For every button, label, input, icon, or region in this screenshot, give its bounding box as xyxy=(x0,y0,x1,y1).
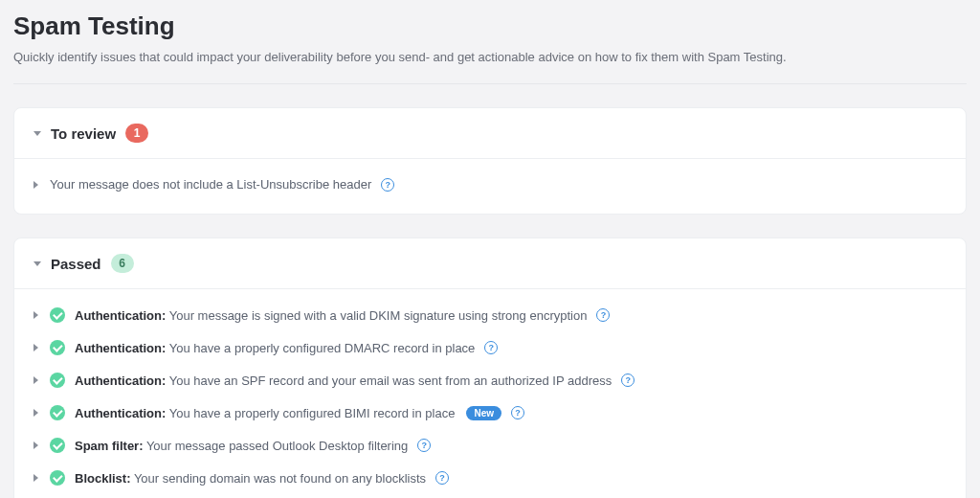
check-circle-icon xyxy=(50,405,65,420)
item-text: Spam filter: Your message passed Outlook… xyxy=(75,439,408,453)
item-body: You have a properly configured DMARC rec… xyxy=(166,341,475,355)
item-text: Blocklist: Your sending domain was not f… xyxy=(75,471,426,486)
to-review-panel: To review 1 Your message does not includ… xyxy=(13,107,967,215)
check-circle-icon xyxy=(50,307,65,323)
list-item[interactable]: Authentication: You have a properly conf… xyxy=(33,331,947,364)
to-review-title: To review xyxy=(51,125,116,142)
item-text: Authentication: You have a properly conf… xyxy=(75,341,475,355)
help-icon[interactable] xyxy=(511,406,524,419)
item-body: Your message passed Outlook Desktop filt… xyxy=(144,439,409,453)
to-review-count-badge: 1 xyxy=(125,124,148,143)
item-prefix: Authentication: xyxy=(75,374,166,388)
item-text: Your message does not include a List-Uns… xyxy=(50,177,371,192)
passed-list: Authentication: Your message is signed w… xyxy=(14,289,966,498)
help-icon[interactable] xyxy=(621,374,635,387)
passed-count-badge: 6 xyxy=(111,254,134,273)
item-text: Authentication: You have a properly conf… xyxy=(75,406,455,420)
item-prefix: Spam filter: xyxy=(75,439,144,453)
item-prefix: Authentication: xyxy=(75,341,166,355)
to-review-list: Your message does not include a List-Uns… xyxy=(14,159,966,214)
item-prefix: Authentication: xyxy=(75,308,166,323)
help-icon[interactable] xyxy=(435,471,449,485)
chevron-down-icon xyxy=(33,261,41,266)
item-body: You have a properly configured BIMI reco… xyxy=(166,406,455,420)
list-item[interactable]: Authentication: You have a properly conf… xyxy=(33,396,947,429)
list-item[interactable]: Spam filter: Your message passed Outlook… xyxy=(33,429,947,462)
chevron-down-icon xyxy=(33,131,41,136)
help-icon[interactable] xyxy=(596,308,610,322)
passed-panel: Passed 6 Authentication: Your message is… xyxy=(13,238,967,498)
chevron-right-icon xyxy=(33,441,38,449)
list-item[interactable]: Authentication: You have an SPF record a… xyxy=(33,364,947,396)
passed-title: Passed xyxy=(51,256,101,272)
item-prefix: Authentication: xyxy=(75,406,166,420)
check-circle-icon xyxy=(50,340,65,355)
item-body: Your sending domain was not found on any… xyxy=(131,471,427,486)
to-review-header[interactable]: To review 1 xyxy=(14,108,966,158)
check-circle-icon xyxy=(50,373,65,388)
page-title: Spam Testing xyxy=(13,11,967,41)
page-subtitle: Quickly identify issues that could impac… xyxy=(13,49,967,84)
item-text: Authentication: You have an SPF record a… xyxy=(75,374,612,388)
chevron-right-icon xyxy=(33,474,38,482)
chevron-right-icon xyxy=(33,181,38,189)
new-badge: New xyxy=(466,406,501,420)
list-item[interactable]: Your message does not include a List-Uns… xyxy=(33,169,947,200)
item-body: You have an SPF record and your email wa… xyxy=(166,374,612,388)
list-item[interactable]: Authentication: Your message is signed w… xyxy=(33,299,947,331)
chevron-right-icon xyxy=(33,409,38,417)
item-text: Authentication: Your message is signed w… xyxy=(75,308,587,323)
list-item[interactable]: Blocklist: Your sending domain was not f… xyxy=(33,462,947,494)
check-circle-icon xyxy=(50,438,65,453)
item-prefix: Blocklist: xyxy=(75,471,131,486)
help-icon[interactable] xyxy=(381,178,394,192)
item-body: Your message is signed with a valid DKIM… xyxy=(166,308,587,323)
check-circle-icon xyxy=(50,470,65,486)
chevron-right-icon xyxy=(33,311,38,319)
help-icon[interactable] xyxy=(417,439,431,452)
help-icon[interactable] xyxy=(484,341,498,354)
chevron-right-icon xyxy=(33,344,38,351)
chevron-right-icon xyxy=(33,376,38,384)
passed-header[interactable]: Passed 6 xyxy=(14,238,966,288)
